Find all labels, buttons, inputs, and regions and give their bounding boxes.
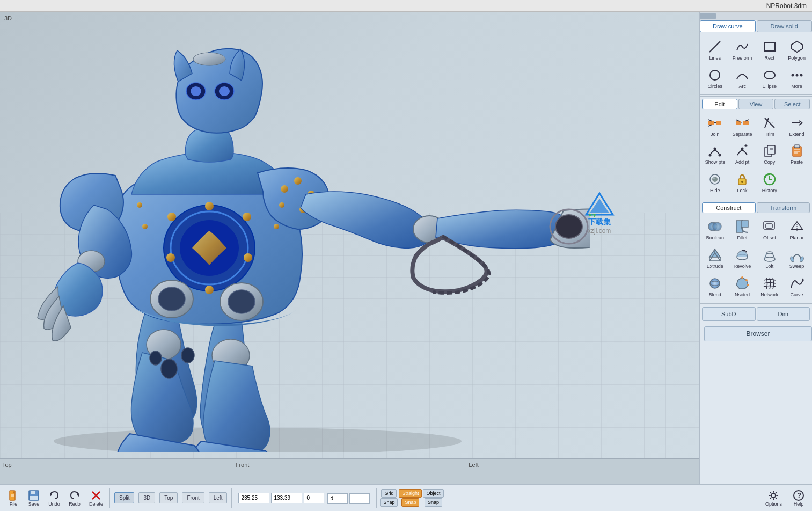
- more-draw-icon: [789, 68, 804, 83]
- tool-join[interactable]: Join: [702, 113, 728, 140]
- tab-transform[interactable]: Transform: [757, 202, 810, 213]
- tool-separate[interactable]: Separate: [729, 113, 756, 140]
- svg-point-25: [137, 202, 142, 208]
- tool-curve[interactable]: Curve: [784, 273, 810, 301]
- tool-paste[interactable]: Paste: [784, 141, 810, 168]
- tab-edit[interactable]: Edit: [702, 99, 737, 110]
- tool-add-pt[interactable]: + Add pt: [729, 141, 756, 168]
- btn-split[interactable]: Split: [114, 492, 134, 503]
- tool-hide-label: Hide: [710, 188, 720, 194]
- tool-boolean[interactable]: Boolean: [702, 216, 728, 244]
- btn-grid-snap2[interactable]: Snap: [380, 498, 398, 507]
- viewport-canvas[interactable]: xzji 下载集 xzji.com: [0, 12, 699, 458]
- tool-freeform[interactable]: Freeform: [729, 36, 756, 64]
- btn-object-snap[interactable]: Object: [423, 489, 443, 498]
- coord-d-input[interactable]: [327, 493, 348, 504]
- tool-extrude[interactable]: Extrude: [702, 245, 728, 272]
- tool-network[interactable]: Network: [757, 273, 783, 301]
- coord-y-input[interactable]: [271, 493, 302, 503]
- main-content: 3D: [0, 12, 812, 484]
- tool-trim[interactable]: Trim: [757, 113, 783, 140]
- btn-undo[interactable]: Undo: [45, 487, 63, 509]
- btn-view-front[interactable]: Front: [182, 492, 204, 503]
- scrollbar-thumb[interactable]: [700, 13, 716, 19]
- tool-copy[interactable]: Copy: [757, 141, 783, 168]
- tab-view[interactable]: View: [738, 99, 774, 110]
- tool-nsided[interactable]: Nsided: [729, 273, 756, 301]
- show-pts-icon: [707, 143, 722, 158]
- tool-sweep[interactable]: Sweep: [784, 245, 810, 272]
- svg-text:+: +: [744, 143, 748, 149]
- tool-lock[interactable]: Lock: [729, 169, 756, 196]
- tool-hide[interactable]: Hide: [702, 169, 728, 196]
- tab-draw-curve[interactable]: Draw curve: [700, 20, 756, 32]
- btn-view-top[interactable]: Top: [159, 492, 178, 503]
- btn-browser[interactable]: Browser: [704, 326, 812, 341]
- viewport-container[interactable]: 3D: [0, 12, 699, 484]
- edit-section: Edit View Select: [700, 98, 812, 199]
- coord-x-input[interactable]: [238, 493, 269, 503]
- tool-extend[interactable]: Extend: [784, 113, 810, 140]
- btn-grid-snap[interactable]: Grid: [381, 489, 397, 498]
- viewport-top-panel[interactable]: Top: [0, 459, 233, 484]
- btn-redo[interactable]: Redo: [65, 487, 84, 509]
- draw-tabs-section: Draw curve Draw solid Lines Freeform: [700, 20, 812, 95]
- tool-arc[interactable]: Arc: [729, 65, 756, 92]
- tool-circles[interactable]: Circles: [702, 65, 728, 92]
- tool-more-draw[interactable]: More: [784, 65, 810, 92]
- btn-help[interactable]: ? Help: [789, 487, 808, 509]
- tool-lines[interactable]: Lines: [702, 36, 728, 64]
- btn-file[interactable]: File: [4, 487, 23, 509]
- tool-planar[interactable]: Planar: [784, 216, 810, 244]
- svg-point-27: [279, 202, 284, 208]
- tool-extrude-label: Extrude: [707, 264, 723, 269]
- add-pt-icon: +: [735, 143, 750, 158]
- tab-construct[interactable]: Construct: [702, 202, 756, 213]
- hide-icon: [707, 172, 722, 187]
- tool-history-label: History: [762, 188, 777, 194]
- btn-options[interactable]: Options: [762, 487, 785, 509]
- tool-lines-label: Lines: [709, 55, 721, 61]
- tool-ellipse[interactable]: Ellipse: [757, 65, 783, 92]
- tool-offset[interactable]: Offset: [757, 216, 783, 244]
- trim-icon: [762, 115, 777, 130]
- svg-rect-47: [708, 121, 714, 125]
- btn-save[interactable]: Save: [25, 487, 43, 509]
- tool-show-pts[interactable]: Show pts: [702, 141, 728, 168]
- tab-select[interactable]: Select: [774, 99, 810, 110]
- coord-a-input[interactable]: [349, 493, 370, 504]
- tool-fillet-label: Fillet: [737, 235, 748, 241]
- tool-revolve-label: Revolve: [734, 264, 751, 269]
- svg-point-34: [181, 348, 194, 363]
- tool-boolean-label: Boolean: [706, 235, 724, 241]
- btn-view-left[interactable]: Left: [209, 492, 228, 503]
- tool-history[interactable]: History: [757, 169, 783, 196]
- tool-loft[interactable]: Loft: [757, 245, 783, 272]
- btn-delete[interactable]: Delete: [86, 487, 106, 509]
- tool-add-pt-label: Add pt: [735, 159, 749, 165]
- undo-icon: [48, 490, 60, 501]
- tool-revolve[interactable]: Revolve: [729, 245, 756, 272]
- btn-straight-snap[interactable]: Straight: [399, 489, 422, 498]
- svg-text:xzji: xzji: [589, 212, 597, 217]
- tool-rect[interactable]: Rect: [757, 36, 783, 64]
- btn-straight-snap2[interactable]: Snap: [401, 498, 419, 507]
- svg-point-43: [764, 71, 775, 79]
- tool-polygon[interactable]: Polygon: [784, 36, 810, 64]
- edit-tools-grid: Join Separate: [700, 111, 812, 199]
- btn-subd[interactable]: SubD: [702, 307, 756, 321]
- btn-dim[interactable]: Dim: [757, 307, 810, 321]
- tab-draw-solid[interactable]: Draw solid: [757, 20, 813, 32]
- viewport-front-panel[interactable]: Front: [233, 459, 467, 484]
- btn-view-3d[interactable]: 3D: [138, 492, 155, 503]
- separator-3: [376, 488, 377, 508]
- tool-curve-label: Curve: [791, 292, 803, 298]
- coord-z-input[interactable]: [304, 493, 324, 503]
- tool-blend[interactable]: Blend: [702, 273, 728, 301]
- viewport-left-panel[interactable]: Left: [466, 459, 699, 484]
- tool-fillet[interactable]: Fillet: [729, 216, 756, 244]
- draw-curve-tools: Lines Freeform Rect: [700, 34, 812, 94]
- tool-paste-label: Paste: [791, 159, 803, 165]
- panel-scrollbar[interactable]: [700, 12, 812, 20]
- btn-object-snap2[interactable]: Snap: [425, 498, 442, 507]
